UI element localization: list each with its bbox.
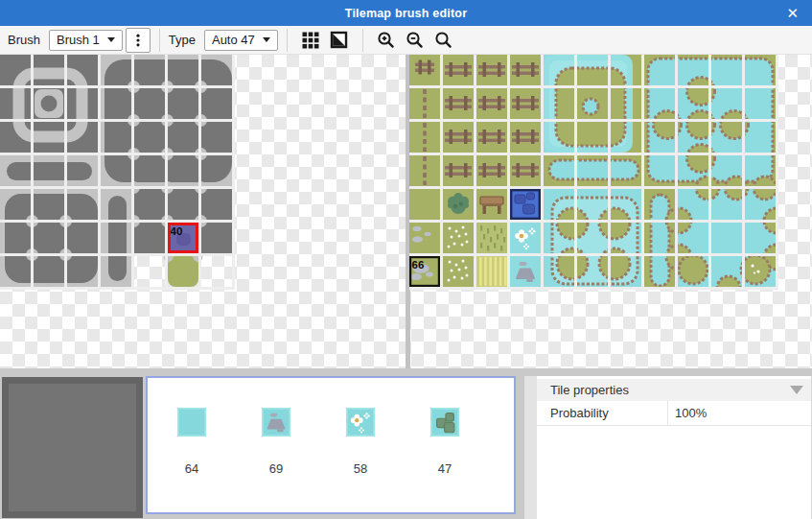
tile-preview-58 (346, 408, 375, 436)
kebab-icon (130, 33, 146, 48)
grid-icon (302, 32, 319, 49)
zoom-in-button[interactable] (374, 28, 399, 53)
diagonal-mask-icon (330, 31, 348, 49)
tileset-tile[interactable] (443, 223, 474, 253)
type-label: Type (169, 33, 196, 47)
tile-card[interactable]: 69 (234, 408, 318, 512)
marked-tile-label: 66 (412, 259, 425, 271)
zoom-out-icon (406, 31, 424, 49)
tile-number: 64 (185, 461, 198, 476)
tile-preview-69 (262, 408, 290, 436)
tile-properties-header[interactable]: Tile properties (537, 379, 811, 401)
tile-card[interactable]: 64 (150, 408, 234, 512)
tileset-tile[interactable] (168, 256, 198, 287)
tile-properties-panel: Tile properties Probability 100% (524, 376, 812, 519)
chevron-down-icon (107, 37, 115, 42)
tileset-tile[interactable] (134, 189, 165, 220)
toolbar-separator (159, 29, 160, 52)
tile-properties-title: Tile properties (550, 383, 629, 397)
tile-number: 69 (269, 461, 283, 476)
dialog-title: Tilemap brush editor (345, 7, 467, 20)
tileset-tile[interactable] (201, 223, 232, 253)
toolbar: Brush Brush 1 Type Auto 47 (0, 26, 812, 55)
tileset-tile[interactable] (201, 189, 232, 220)
tile-decal-ystripes (476, 256, 507, 287)
zoom-reset-button[interactable] (431, 28, 456, 53)
kebab-menu-button[interactable] (126, 28, 151, 53)
tileset-tile[interactable] (443, 155, 474, 186)
right-tileset-canvas[interactable]: 66 (409, 55, 778, 290)
brush-preview-panel (2, 377, 143, 518)
tileset-tile[interactable] (510, 155, 541, 186)
tileset-tile[interactable] (476, 55, 507, 85)
zoom-in-icon (377, 31, 395, 49)
tileset-tile[interactable] (443, 256, 474, 287)
type-select-value: Auto 47 (212, 33, 255, 47)
zoom-out-button[interactable] (403, 28, 428, 53)
tile-number: 47 (438, 461, 452, 476)
tileset-tile[interactable] (510, 55, 541, 85)
tileset-tile[interactable] (476, 155, 507, 186)
bottom-section: 64 69 58 47 (0, 368, 812, 519)
tileset-tile[interactable] (510, 88, 541, 119)
tile-preview-47 (430, 408, 459, 436)
properties-left-gutter (524, 376, 537, 519)
property-value[interactable]: 100% (668, 401, 707, 425)
toolbar-separator (287, 29, 288, 52)
title-bar: Tilemap brush editor ✕ (0, 0, 812, 26)
chevron-down-icon (263, 37, 270, 42)
tileset-tile[interactable] (168, 189, 198, 220)
zoom-reset-icon (434, 31, 452, 49)
tilemap-brush-editor-dialog: Tilemap brush editor ✕ Brush Brush 1 Typ… (0, 0, 812, 519)
tile-decal-tallgrass (476, 223, 507, 253)
tileset-tile[interactable] (409, 189, 440, 220)
tile-preview-64 (177, 408, 206, 436)
tileset-tile[interactable] (476, 88, 507, 119)
brush-select[interactable]: Brush 1 (49, 30, 123, 51)
tileset-tile[interactable] (510, 122, 541, 153)
mask-toggle-button[interactable] (327, 28, 352, 53)
selected-tile-label: 40 (171, 225, 183, 237)
tileset-tile[interactable] (134, 223, 165, 253)
tileset-tile[interactable] (443, 88, 474, 119)
grid-view-button[interactable] (298, 28, 323, 53)
left-tileset-canvas[interactable]: 40 (0, 55, 235, 290)
tileset-tile[interactable] (443, 122, 474, 153)
brush-select-value: Brush 1 (57, 33, 100, 47)
selected-tiles-panel: 64 69 58 47 (146, 376, 516, 514)
tileset-tile[interactable] (711, 223, 742, 253)
property-row: Probability 100% (537, 401, 811, 426)
tile-number: 58 (354, 461, 367, 476)
property-name: Probability (537, 401, 668, 425)
type-select[interactable]: Auto 47 (204, 30, 278, 51)
main-tile-area: 40 (0, 55, 812, 368)
brush-label: Brush (8, 33, 40, 47)
tile-card[interactable]: 47 (403, 408, 487, 512)
close-icon[interactable]: ✕ (782, 0, 802, 26)
tileset-tile[interactable] (476, 122, 507, 153)
collapse-triangle-icon[interactable] (790, 386, 803, 394)
tileset-tile[interactable] (443, 55, 474, 85)
tile-card[interactable]: 58 (318, 408, 403, 512)
toolbar-separator (362, 29, 363, 52)
